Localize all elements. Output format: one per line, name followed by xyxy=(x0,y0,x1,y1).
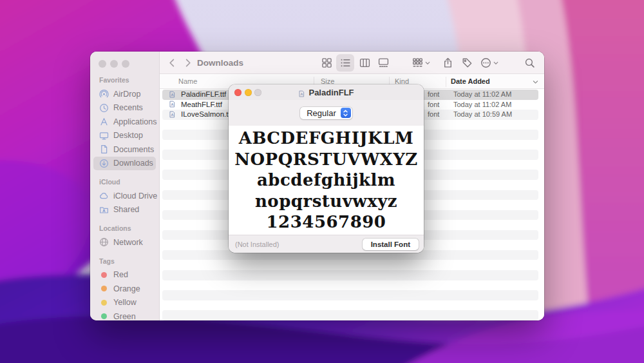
desktop-icon xyxy=(99,131,109,141)
sidebar-item-red[interactable]: Red xyxy=(93,268,156,282)
file-kind: font xyxy=(428,90,439,98)
group-icon xyxy=(412,57,423,68)
search-button[interactable] xyxy=(520,54,538,72)
cloud-icon xyxy=(99,191,109,201)
chevron-right-icon xyxy=(183,58,193,68)
sidebar-item-label: Network xyxy=(113,238,143,247)
file-kind: font xyxy=(428,110,439,118)
minimize-button[interactable] xyxy=(245,89,252,96)
sidebar-item-network[interactable]: Network xyxy=(93,235,156,250)
font-file-icon: A xyxy=(169,101,176,109)
sidebar-item-label: AirDrop xyxy=(113,90,140,99)
sidebar-item-airdrop[interactable]: AirDrop xyxy=(93,87,156,101)
sort-direction-icon[interactable] xyxy=(532,79,539,86)
sidebar-item-yellow[interactable]: Yellow xyxy=(93,296,156,310)
chevron-down-icon xyxy=(493,60,499,66)
sidebar-section-icloud: iCloudiCloud DriveShared xyxy=(90,178,159,217)
sidebar-item-recents[interactable]: Recents xyxy=(93,101,156,115)
sidebar-item-documents[interactable]: Documents xyxy=(93,142,156,157)
empty-row xyxy=(162,310,538,320)
font-preview-line: ABCDEFGHIJKLM xyxy=(229,128,424,149)
gallery-view-button[interactable] xyxy=(374,54,392,72)
sidebar-item-green[interactable]: Green xyxy=(93,309,156,320)
sidebar-item-label: Green xyxy=(113,312,136,320)
file-date-added: Today at 11:02 AM xyxy=(453,90,511,98)
preview-footer: (Not Installed) Install Font xyxy=(229,235,424,253)
sidebar-item-icloud-drive[interactable]: iCloud Drive xyxy=(93,189,156,203)
empty-row xyxy=(162,260,538,271)
sidebar-item-label: Applications xyxy=(113,117,156,126)
column-header-date-added[interactable]: Date Added xyxy=(451,77,490,85)
document-icon xyxy=(99,144,109,154)
font-file-icon: A xyxy=(298,88,305,97)
sidebar-section-locations: LocationsNetwork xyxy=(90,224,159,250)
tag-dot xyxy=(101,313,107,319)
minimize-button[interactable] xyxy=(110,60,118,68)
style-selector-bar: Regular xyxy=(229,100,424,126)
install-status: (Not Installed) xyxy=(235,240,279,248)
file-name: ILoveSalmon.ttf xyxy=(181,110,232,118)
share-icon xyxy=(442,57,453,68)
preview-titlebar: A PaladinFLF xyxy=(229,84,424,100)
grid-view-icon xyxy=(321,57,332,68)
zoom-button[interactable] xyxy=(122,60,129,68)
font-preview-line: abcdefghijklm xyxy=(229,170,424,191)
sidebar-section-favorites: FavoritesAirDropRecentsApplicationsDeskt… xyxy=(90,76,159,170)
search-icon xyxy=(524,57,535,68)
tag-dot xyxy=(101,286,107,291)
sidebar-item-desktop[interactable]: Desktop xyxy=(93,129,156,143)
sidebar-item-label: Orange xyxy=(113,284,140,293)
sidebar-section-label: Tags xyxy=(90,257,159,268)
gallery-view-icon xyxy=(378,57,389,68)
download-icon xyxy=(99,159,109,168)
file-date-added: Today at 11:02 AM xyxy=(453,101,511,108)
popup-chevrons-icon xyxy=(341,108,351,118)
style-popup[interactable]: Regular xyxy=(300,107,352,119)
file-name: PaladinFLF.ttf xyxy=(181,90,226,98)
chevron-down-icon xyxy=(424,60,431,66)
file-name: MeathFLF.ttf xyxy=(181,101,222,108)
more-button[interactable] xyxy=(478,54,501,72)
column-header-name[interactable]: Name xyxy=(178,77,197,85)
list-view-button[interactable] xyxy=(336,54,354,72)
zoom-button xyxy=(254,89,261,96)
applications-icon xyxy=(99,117,109,126)
airdrop-icon xyxy=(99,89,109,99)
sidebar-item-label: iCloud Drive xyxy=(113,191,157,201)
tag-button[interactable] xyxy=(458,54,476,72)
sidebar-item-shared[interactable]: Shared xyxy=(93,203,156,217)
close-button[interactable] xyxy=(99,60,106,68)
file-kind: font xyxy=(428,101,439,108)
sidebar-item-applications[interactable]: Applications xyxy=(93,115,156,129)
forward-button[interactable] xyxy=(180,54,194,72)
tag-icon xyxy=(462,57,473,68)
back-button[interactable] xyxy=(165,54,179,72)
empty-row xyxy=(162,300,538,311)
finder-toolbar: Downloads xyxy=(160,52,544,74)
share-button[interactable] xyxy=(439,54,457,72)
column-divider xyxy=(446,77,446,87)
window-controls xyxy=(234,89,261,96)
column-view-icon xyxy=(359,57,370,68)
sidebar-sections: FavoritesAirDropRecentsApplicationsDeskt… xyxy=(90,76,159,320)
close-button[interactable] xyxy=(234,89,242,96)
sidebar-section-label: Locations xyxy=(90,224,159,235)
install-font-button[interactable]: Install Font xyxy=(363,239,419,250)
sidebar-section-label: Favorites xyxy=(90,76,159,87)
font-file-icon: A xyxy=(169,91,176,99)
empty-row xyxy=(162,280,538,291)
sidebar-item-downloads[interactable]: Downloads xyxy=(93,157,156,171)
sidebar-item-orange[interactable]: Orange xyxy=(93,282,156,296)
column-view-button[interactable] xyxy=(355,54,374,72)
empty-row xyxy=(162,270,538,280)
sidebar-item-label: Shared xyxy=(113,205,139,214)
group-button[interactable] xyxy=(410,54,433,72)
tag-dot xyxy=(101,272,107,278)
icon-view-button[interactable] xyxy=(317,54,336,72)
sidebar-section-label: iCloud xyxy=(90,178,159,189)
font-preview-line: 1234567890 xyxy=(229,211,424,233)
sidebar-item-label: Red xyxy=(113,270,128,279)
font-preview-line: NOPQRSTUVWXYZ xyxy=(229,149,424,170)
file-date-added: Today at 10:59 AM xyxy=(453,110,512,118)
sidebar-item-label: Desktop xyxy=(113,131,143,140)
